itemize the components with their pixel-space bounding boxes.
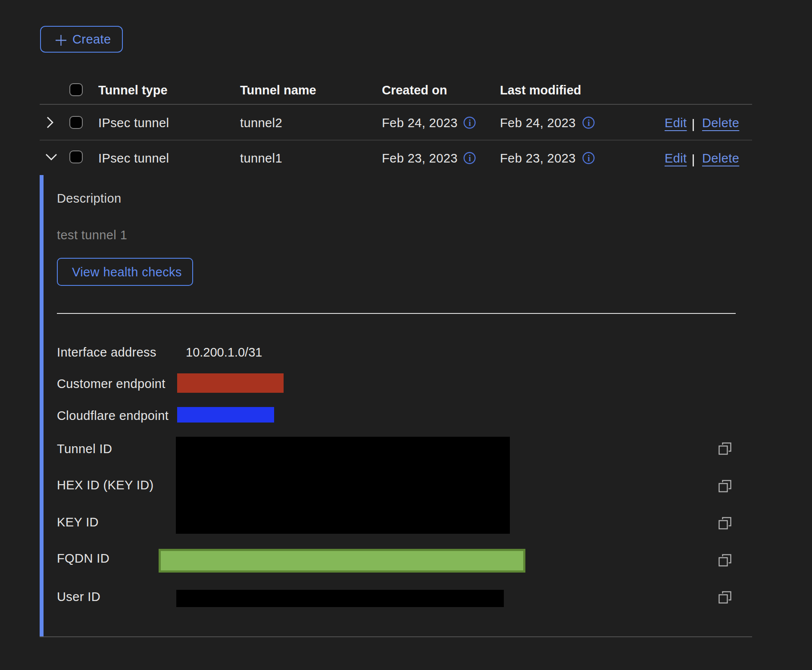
svg-text:i: i [587,153,590,163]
svg-text:i: i [587,118,590,128]
svg-text:i: i [468,118,471,128]
svg-text:i: i [468,153,471,163]
